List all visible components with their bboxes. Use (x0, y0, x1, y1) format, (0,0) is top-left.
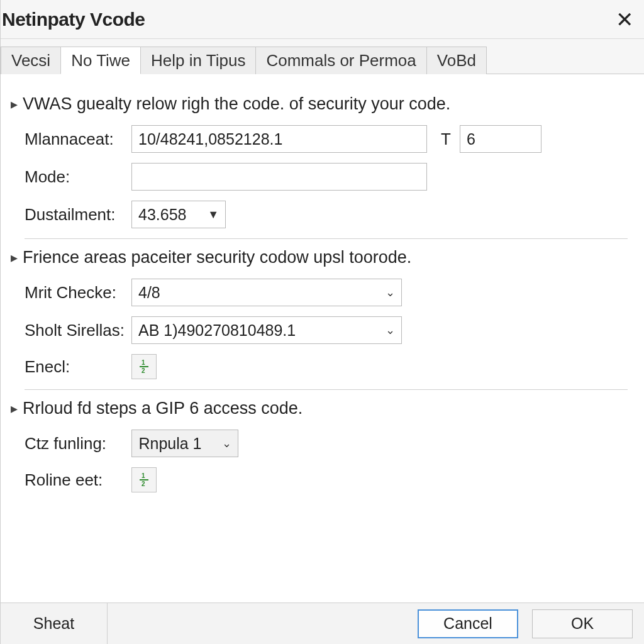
section2-heading: ▸ Frience areas paceiter security codow … (11, 248, 628, 267)
fraction-icon: 1 2 (138, 472, 150, 487)
chevron-right-icon: ▸ (11, 96, 18, 113)
ok-label: OK (571, 614, 594, 633)
mlannaceat-input[interactable] (131, 125, 427, 153)
cancel-label: Cancel (443, 614, 492, 633)
svg-text:2: 2 (142, 480, 145, 487)
tab-no-tiwe[interactable]: No Tiwe (60, 47, 141, 74)
chevron-down-icon: ⌄ (386, 286, 395, 299)
row-ctz-funling: Ctz funling: Rnpula 1 ⌄ (25, 430, 628, 457)
tab-label: No Tiwe (71, 51, 130, 70)
fraction-icon: 1 2 (138, 359, 150, 374)
tab-vecsi[interactable]: Vecsi (1, 47, 61, 74)
svg-text:1: 1 (142, 472, 145, 479)
ctz-value: Rnpula 1 (138, 435, 201, 453)
tab-label: Help in Tipus (151, 51, 245, 70)
section1-heading: ▸ VWAS guealty relow righ the code. of s… (11, 94, 628, 114)
section3-heading-text: Rrloud fd steps a GIP 6 access code. (23, 399, 303, 418)
footer-right: Cancel OK (418, 609, 633, 638)
mrit-label: Mrit Checke: (25, 283, 131, 303)
separator (25, 389, 628, 390)
tab-label: Vecsi (11, 51, 50, 70)
chevron-down-icon: ⌄ (222, 436, 231, 450)
mode-label: Mode: (25, 167, 131, 187)
caret-down-icon: ▼ (208, 208, 219, 221)
row-dustailment: Dustailment: 43.658 ▼ (25, 201, 628, 228)
dustailment-value: 43.658 (138, 206, 186, 224)
sholt-label: Sholt Sirellas: (25, 321, 131, 340)
tabstrip: Vecsi No Tiwe Help in Tipus Commals or P… (1, 39, 644, 74)
mode-input[interactable] (131, 163, 427, 191)
sholt-combo[interactable]: AB 1)490270810489.1 ⌄ (131, 316, 402, 344)
row-mode: Mode: (25, 163, 628, 191)
chevron-right-icon: ▸ (11, 401, 18, 417)
sheat-label: Sheat (33, 614, 74, 633)
chevron-down-icon: ⌄ (386, 323, 395, 337)
cancel-button[interactable]: Cancel (418, 609, 518, 638)
row-mrit-checke: Mrit Checke: 4/8 ⌄ (25, 279, 628, 306)
close-button[interactable]: ✕ (611, 6, 638, 33)
mlannaceat-label: Mlannaceat: (25, 130, 131, 149)
tab-label: VoBd (437, 51, 476, 70)
row-sholt-sirellas: Sholt Sirellas: AB 1)490270810489.1 ⌄ (25, 316, 628, 344)
roline-button[interactable]: 1 2 (131, 467, 157, 492)
enecl-button[interactable]: 1 2 (131, 354, 157, 379)
roline-label: Roline eet: (25, 470, 131, 490)
section3-heading: ▸ Rrloud fd steps a GIP 6 access code. (11, 399, 628, 418)
enecl-label: Enecl: (25, 357, 131, 377)
svg-text:2: 2 (142, 367, 145, 374)
titlebar: Netinpaty Vcode ✕ (1, 0, 644, 39)
tab-vobd[interactable]: VoBd (426, 47, 487, 74)
mrit-value: 4/8 (138, 284, 160, 302)
mrit-combo[interactable]: 4/8 ⌄ (131, 279, 402, 306)
row-mlannaceat: Mlannaceat: T (25, 125, 628, 153)
tab-help-in-tipus[interactable]: Help in Tipus (140, 47, 256, 74)
ctz-combo[interactable]: Rnpula 1 ⌄ (131, 430, 238, 457)
t-input[interactable] (460, 125, 541, 153)
separator (25, 238, 628, 239)
window-title: Netinpaty Vcode (2, 9, 145, 30)
ctz-label: Ctz funling: (25, 434, 131, 453)
dialog-window: Netinpaty Vcode ✕ Vecsi No Tiwe Help in … (0, 0, 644, 644)
tab-panel: ▸ VWAS guealty relow righ the code. of s… (1, 74, 644, 602)
row-enecl: Enecl: 1 2 (25, 354, 628, 379)
t-label: T (441, 130, 451, 149)
sheat-button[interactable]: Sheat (1, 603, 108, 644)
ok-button[interactable]: OK (532, 609, 633, 638)
tab-commals-or-permoa[interactable]: Commals or Permoa (255, 47, 426, 74)
svg-text:1: 1 (142, 359, 145, 366)
chevron-right-icon: ▸ (11, 250, 18, 266)
dustailment-label: Dustailment: (25, 205, 131, 225)
section2-heading-text: Frience areas paceiter security codow up… (23, 248, 411, 267)
dustailment-combo[interactable]: 43.658 ▼ (131, 201, 226, 228)
dialog-footer: Sheat Cancel OK (1, 602, 644, 644)
sholt-value: AB 1)490270810489.1 (138, 321, 296, 340)
tab-label: Commals or Permoa (266, 51, 416, 70)
row-roline-eet: Roline eet: 1 2 (25, 467, 628, 492)
close-icon: ✕ (616, 9, 633, 30)
section1-heading-text: VWAS guealty relow righ the code. of sec… (23, 94, 450, 114)
